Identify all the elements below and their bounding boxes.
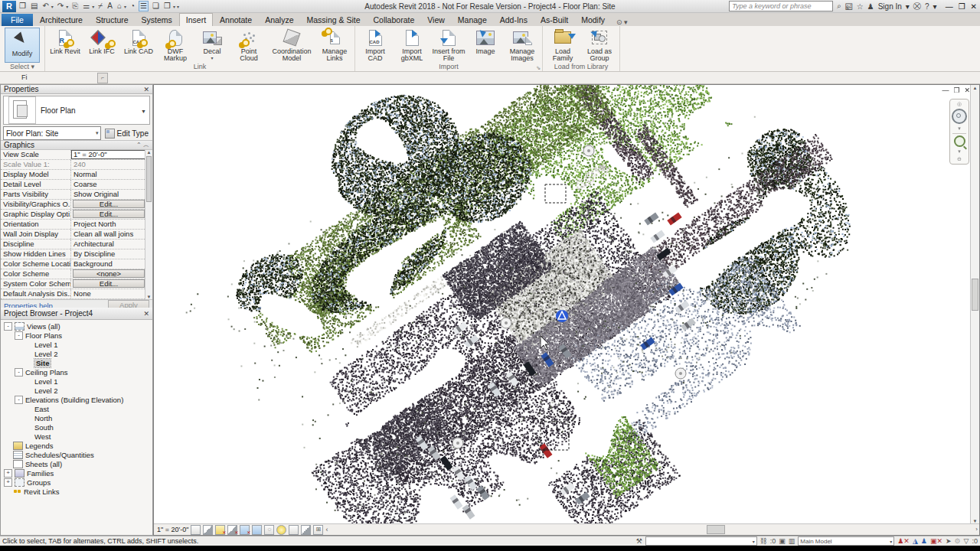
decal-button[interactable]: Decal ▾ [194,27,230,63]
collapse-icon[interactable]: - [15,331,23,340]
undo-dropdown-icon[interactable]: ▾ [51,4,54,9]
thin-lines-icon[interactable]: ☰ [139,1,149,11]
instance-selector[interactable]: Floor Plan: Site▾ [3,126,101,140]
tab-insert[interactable]: Insert [179,13,213,26]
tree-item-west[interactable]: West [4,432,152,441]
communication-center-icon[interactable]: 🗟 [845,2,853,11]
tab-file[interactable]: File [2,14,33,26]
restore-icon[interactable]: ❐ [959,2,965,11]
reveal-constraints-icon[interactable]: ⊞ [313,525,323,535]
shadows-icon[interactable] [227,525,237,535]
type-selector[interactable]: Floor Plan ▼ [3,96,150,125]
sign-in-label[interactable]: Sign In [878,2,902,11]
search-input[interactable]: Type a keyword or phrase [729,1,833,11]
reveal-hidden-elements-icon[interactable] [276,525,286,535]
link-cad-button[interactable]: CAD Link CAD [120,27,157,56]
link-ifc-button[interactable]: Link IFC [83,27,120,56]
tab-collaborate[interactable]: Collaborate [368,14,421,26]
tab-analyze[interactable]: Analyze [259,14,299,26]
property-row[interactable]: Graphic Display Opti...Edit... [1,210,152,220]
undo-icon[interactable]: ↶ [41,2,49,11]
drawing-area[interactable]: — ❐ ✕ ◎ ▾ ▾ ⊖ ▲ ▼ 1" = 20'-0" [153,84,980,536]
close-hidden-windows-icon[interactable]: ❏ [152,2,160,11]
tree-item-ceiling-plans[interactable]: -Ceiling Plans [4,367,152,377]
import-cad-button[interactable]: CAD Import CAD [357,27,394,63]
tree-item-north[interactable]: North [4,413,152,422]
collapse-icon[interactable]: - [15,396,23,404]
visual-style-icon[interactable] [203,525,213,535]
show-crop-region-icon[interactable] [252,525,262,535]
property-row[interactable]: Wall Join DisplayClean all wall joins [1,230,152,240]
measure-icon[interactable]: ⚌ [82,2,90,11]
print-icon[interactable]: ⎘ [71,2,79,11]
switch-windows-icon[interactable]: ❒ [163,2,172,11]
navbar-collapse-icon[interactable]: ⊖ [957,156,962,162]
crop-view-icon[interactable] [240,525,250,535]
search-icon[interactable]: ⌕ [837,2,841,11]
detail-level-icon[interactable] [191,525,201,535]
analytical-model-icon[interactable]: ◮ [913,537,918,545]
borrowers-icon[interactable]: ♟ [921,537,927,545]
view-scale-label[interactable]: 1" = 20'-0" [157,526,188,533]
load-as-group-button[interactable]: Load as Group [581,27,618,63]
property-row[interactable]: Default Analysis Dis...None [1,289,152,299]
scroll-down-icon[interactable]: ▼ [145,295,152,299]
property-row[interactable]: Color Scheme Locati...Background [1,259,152,269]
3d-view-dropdown-icon[interactable]: ▾ [124,4,126,9]
view-close-icon[interactable]: ✕ [964,86,970,94]
view-minimize-icon[interactable]: — [942,86,949,94]
project-browser-close-icon[interactable]: ✕ [143,310,149,318]
zoom-icon[interactable] [954,135,965,147]
modify-button[interactable]: Modify [5,28,40,63]
section-collapse-icon[interactable]: ⌃ ︿ [136,141,149,149]
collapse-icon[interactable]: - [4,322,12,331]
exchange-apps-icon[interactable]: ⛒ [913,2,921,11]
save-icon[interactable]: ▤ [30,2,38,11]
load-family-button[interactable]: Load Family [544,27,581,63]
navbar-options-icon[interactable]: ◎ [957,101,962,107]
image-button[interactable]: Image [467,27,504,56]
sign-in-icon[interactable]: ♟ [867,2,874,11]
help-dropdown-icon[interactable]: ▾ [933,2,937,11]
tree-item-level1[interactable]: Level 1 [4,340,152,349]
tab-view[interactable]: View [421,14,451,26]
property-row[interactable]: OrientationProject North [1,220,152,230]
properties-scrollbar[interactable]: ▲ ▼ [145,150,152,299]
design-options-select[interactable]: Main Model▾ [798,536,894,546]
property-row[interactable]: Parts VisibilityShow Original [1,190,152,200]
property-row[interactable]: System Color Schem...Edit... [1,279,152,289]
tree-item-legends[interactable]: Legends [4,441,152,450]
expand-icon[interactable]: + [4,478,12,487]
tab-annotate[interactable]: Annotate [214,14,258,26]
close-icon[interactable]: ✕ [971,2,977,11]
tree-item-schedules[interactable]: Schedules/Quantities [4,450,152,459]
scroll-up-icon[interactable]: ▲ [145,150,152,155]
steering-wheel-icon[interactable] [952,109,967,124]
favorites-icon[interactable]: ☆ [857,2,864,11]
edit-type-button[interactable]: Edit Type [103,129,150,139]
tree-item-site[interactable]: Site [4,358,152,367]
property-row[interactable]: DisciplineArchitectural [1,240,152,249]
design-options-icon[interactable]: ▣ [779,537,786,545]
filter-settings-icon[interactable]: ⚙ [954,537,960,545]
tab-massing-site[interactable]: Massing & Site [301,14,367,26]
redo-dropdown-icon[interactable]: ▾ [66,4,68,9]
scroll-up-icon[interactable]: ▲ [971,86,979,90]
property-row[interactable]: Show Hidden LinesBy Discipline [1,249,152,259]
expand-icon[interactable]: + [4,469,12,478]
active-only-icon[interactable]: ▥ [789,537,795,545]
point-cloud-view[interactable] [154,85,972,527]
insert-from-file-button[interactable]: Insert from File [430,27,467,63]
switch-windows-dropdown-icon[interactable]: ▾ [173,4,175,9]
select-toggle-icon[interactable]: ➤ [946,537,952,545]
project-browser-header[interactable]: Project Browser - Project4 ✕ [1,308,152,320]
tree-item-groups[interactable]: +Groups [4,478,152,487]
tab-manage[interactable]: Manage [452,14,493,26]
section-icon[interactable]: ◔ [129,2,136,11]
manage-links-button[interactable]: S Manage Links [316,27,353,63]
import-gbxml-button[interactable]: Import gbXML [394,27,430,63]
properties-header[interactable]: Properties ✕ [1,85,152,94]
horizontal-scrollbar[interactable]: › [331,524,979,535]
vertical-scrollbar[interactable]: ▲ ▼ [970,85,979,524]
sign-in-dropdown-icon[interactable]: ▾ [906,2,910,11]
